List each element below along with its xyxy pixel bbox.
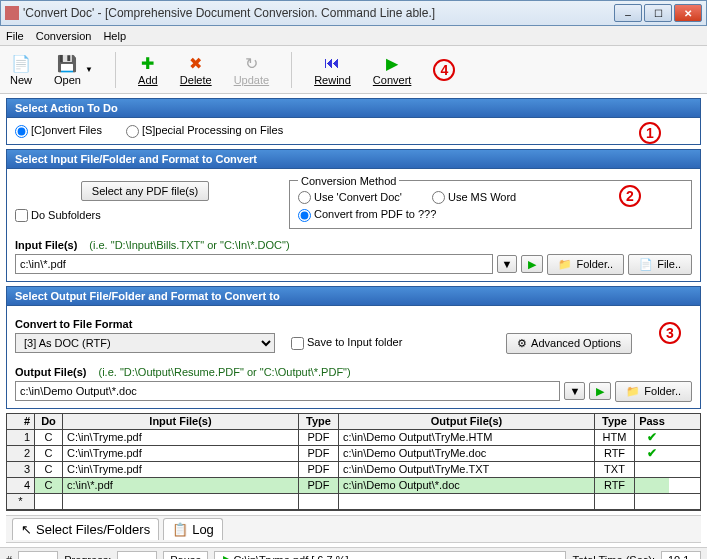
- update-button[interactable]: ↻Update: [234, 53, 269, 86]
- status-num-box: [18, 551, 58, 559]
- bottom-tabs: ↖Select Files/Folders 📋Log: [6, 515, 701, 543]
- convert-button[interactable]: ▶Convert: [373, 53, 412, 86]
- conversion-grid[interactable]: # Do Input File(s) Type Output File(s) T…: [6, 413, 701, 511]
- format-select[interactable]: [3] As DOC (RTF): [15, 333, 275, 353]
- total-time-value: 10.1: [661, 551, 701, 559]
- select-any-button[interactable]: Select any PDF file(s): [81, 181, 209, 201]
- radio-special-processing[interactable]: [S]pecial Processing on Files: [126, 124, 283, 138]
- open-icon: 💾: [57, 53, 77, 73]
- input-dropdown-button[interactable]: ▼: [497, 255, 518, 273]
- window-title: 'Convert Doc' - [Comprehensive Document …: [23, 6, 614, 20]
- input-path-field[interactable]: [15, 254, 493, 274]
- radio-use-convert-doc[interactable]: Use 'Convert Doc': [298, 191, 402, 205]
- input-files-label: Input File(s): [15, 239, 77, 251]
- status-num-label: #: [6, 554, 12, 559]
- do-subfolders-checkbox[interactable]: Do Subfolders: [15, 209, 101, 221]
- grid-row[interactable]: 3CC:\in\Tryme.pdfPDFc:\in\Demo Output\Tr…: [7, 462, 700, 478]
- open-dropdown[interactable]: ▼: [85, 65, 93, 74]
- radio-use-ms-word[interactable]: Use MS Word: [432, 191, 516, 205]
- open-button[interactable]: 💾Open: [54, 53, 81, 86]
- output-folder-button[interactable]: 📁Folder..: [615, 381, 692, 402]
- folder-icon: 📁: [626, 385, 640, 398]
- menu-file[interactable]: File: [6, 30, 24, 42]
- input-file-button[interactable]: 📄File..: [628, 254, 692, 275]
- app-icon: [5, 6, 19, 20]
- grid-row[interactable]: 4Cc:\in\*.pdfPDFc:\in\Demo Output\*.docR…: [7, 478, 700, 494]
- pause-button[interactable]: Pause: [163, 551, 208, 559]
- progress-box: [117, 551, 157, 559]
- advanced-icon: ⚙: [517, 337, 527, 350]
- radio-convert-from[interactable]: Convert from PDF to ???: [298, 208, 436, 220]
- section2-header: Select Input File/Folder and Format to C…: [6, 149, 701, 169]
- add-icon: ✚: [138, 53, 158, 73]
- menu-conversion[interactable]: Conversion: [36, 30, 92, 42]
- add-button[interactable]: ✚Add: [138, 53, 158, 86]
- file-icon: 📄: [639, 258, 653, 271]
- grid-header: # Do Input File(s) Type Output File(s) T…: [7, 414, 700, 430]
- output-path-field[interactable]: [15, 381, 560, 401]
- output-play-button[interactable]: ▶: [589, 382, 611, 400]
- section3-header: Select Output File/Folder and Format to …: [6, 286, 701, 306]
- convert-icon: ▶: [382, 53, 402, 73]
- log-icon: 📋: [172, 522, 188, 537]
- toolbar: 📄New 💾Open ▼ ✚Add ✖Delete ↻Update ⏮Rewin…: [0, 46, 707, 94]
- step-2-marker: 2: [619, 185, 641, 207]
- advanced-options-button[interactable]: ⚙Advanced Options: [506, 333, 632, 354]
- status-bar: # Progress: Pause ▶C:\in\Tryme.pdf [ 6.7…: [0, 547, 707, 559]
- cm-legend: Conversion Method: [298, 175, 399, 187]
- input-hint: (i.e. "D:\Input\Bills.TXT" or "C:\In\*.D…: [89, 239, 289, 251]
- step-1-marker: 1: [639, 122, 661, 144]
- status-progress-label: Progress:: [64, 554, 111, 559]
- new-button[interactable]: 📄New: [10, 53, 32, 86]
- output-dropdown-button[interactable]: ▼: [564, 382, 585, 400]
- menu-help[interactable]: Help: [103, 30, 126, 42]
- titlebar: 'Convert Doc' - [Comprehensive Document …: [0, 0, 707, 26]
- rewind-icon: ⏮: [322, 53, 342, 73]
- minimize-button[interactable]: [614, 4, 642, 22]
- step-3-marker: 3: [659, 322, 681, 344]
- tab-select-files[interactable]: ↖Select Files/Folders: [12, 518, 159, 540]
- close-button[interactable]: [674, 4, 702, 22]
- step-4-marker: 4: [433, 59, 455, 81]
- save-to-input-checkbox[interactable]: Save to Input folder: [291, 336, 402, 350]
- input-play-button[interactable]: ▶: [521, 255, 543, 273]
- section1-header: Select Action To Do: [6, 98, 701, 118]
- grid-row[interactable]: 1CC:\in\Tryme.pdfPDFc:\in\Demo Output\Tr…: [7, 430, 700, 446]
- arrow-icon: ↖: [21, 522, 32, 537]
- rewind-button[interactable]: ⏮Rewind: [314, 53, 351, 86]
- total-time-label: Total Time (Sec):: [572, 554, 655, 559]
- tab-log[interactable]: 📋Log: [163, 518, 223, 540]
- delete-button[interactable]: ✖Delete: [180, 53, 212, 86]
- grid-row[interactable]: 2CC:\in\Tryme.pdfPDFc:\in\Demo Output\Tr…: [7, 446, 700, 462]
- folder-icon: 📁: [558, 258, 572, 271]
- update-icon: ↻: [241, 53, 261, 73]
- delete-icon: ✖: [186, 53, 206, 73]
- input-folder-button[interactable]: 📁Folder..: [547, 254, 624, 275]
- status-file: ▶C:\in\Tryme.pdf [ 6.7 %]: [214, 551, 566, 559]
- menu-bar: File Conversion Help: [0, 26, 707, 46]
- output-hint: (i.e. "D:\Output\Resume.PDF" or "C:\Outp…: [99, 366, 351, 378]
- output-files-label: Output File(s): [15, 366, 87, 378]
- convert-to-label: Convert to File Format: [15, 318, 692, 330]
- radio-convert-files[interactable]: [C]onvert Files: [15, 124, 102, 138]
- new-icon: 📄: [11, 53, 31, 73]
- maximize-button[interactable]: [644, 4, 672, 22]
